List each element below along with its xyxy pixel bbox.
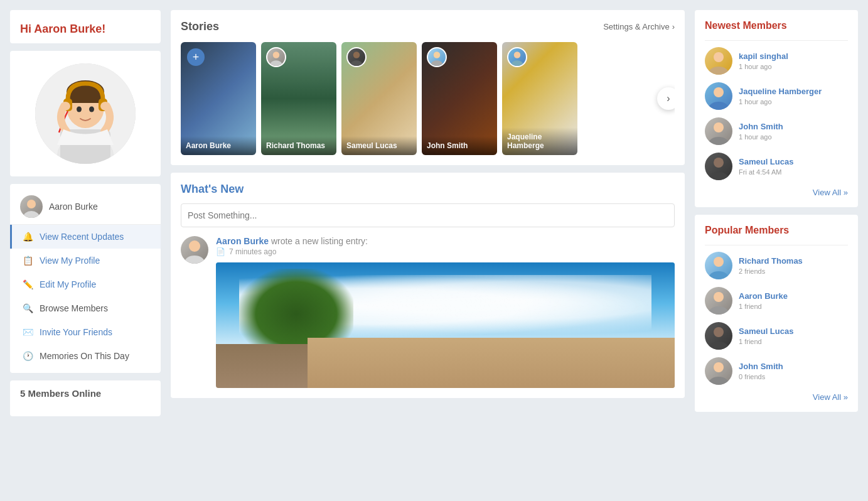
activity-meta: 📄 7 minutes ago [216, 247, 675, 256]
sidebar-item-view-profile[interactable]: 📋 View My Profile [10, 249, 161, 272]
sidebar-item-invite-friends[interactable]: ✉️ Invite Your Friends [10, 320, 161, 344]
sidebar-item-browse-members[interactable]: 🔍 Browse Members [10, 296, 161, 320]
svg-point-30 [709, 137, 729, 145]
popular-member-name-2[interactable]: Sameul Lucas [739, 326, 848, 336]
svg-point-31 [714, 158, 724, 168]
story-item-2[interactable]: Sameul Lucas [341, 42, 417, 155]
popular-member-name-3[interactable]: John Smith [739, 362, 848, 371]
newest-member-name-2[interactable]: John Smith [739, 122, 848, 131]
activity-user-name: Aaron Burke [216, 236, 269, 246]
svg-point-36 [709, 306, 729, 315]
newest-member-avatar-0 [705, 47, 732, 75]
main-content: Stories Settings & Archive › + Aaron Bur… [171, 10, 685, 416]
svg-point-12 [89, 107, 94, 112]
stories-row: + Aaron Burke Richard Thoma [181, 42, 675, 155]
popular-members-card: Popular Members Richard Thomas 2 friends [695, 215, 858, 412]
activity-text: Aaron Burke wrote a new listing entry: [216, 236, 675, 246]
activity-image [216, 262, 675, 388]
activity-user-avatar [181, 236, 208, 264]
newest-member-avatar-3 [705, 153, 732, 180]
popular-member-info-2: Sameul Lucas 1 friend [739, 326, 848, 346]
newest-member-row-0: kapil singhal 1 hour ago [705, 47, 848, 75]
members-online-card: 5 Members Online [10, 380, 161, 416]
newest-member-name-0[interactable]: kapil singhal [739, 51, 848, 61]
svg-point-23 [189, 240, 200, 252]
sidebar-item-recent-updates[interactable]: 🔔 View Recent Updates [10, 225, 161, 249]
activity-content: Aaron Burke wrote a new listing entry: 📄… [216, 236, 675, 388]
newest-members-view-all[interactable]: View All » [705, 188, 848, 197]
members-online-title: 5 Members Online [20, 388, 151, 399]
stories-next-button[interactable]: › [657, 87, 675, 110]
greeting-name: Aaron Burke! [34, 23, 105, 35]
newest-member-info-0: kapil singhal 1 hour ago [739, 51, 848, 71]
newest-member-name-1[interactable]: Jaqueline Hamberger [739, 87, 848, 96]
activity-action-text: wrote a new listing entry: [271, 236, 368, 246]
story-item-3[interactable]: John Smith [422, 42, 497, 155]
story-label-4: Jaqueline Hamberge [502, 127, 577, 155]
svg-point-39 [714, 362, 724, 372]
svg-point-14 [23, 211, 40, 218]
newest-member-row-1: Jaqueline Hamberger 1 hour ago [705, 82, 848, 110]
post-input[interactable] [188, 210, 668, 220]
popular-member-row-3: John Smith 0 friends [705, 357, 848, 385]
story-add-button[interactable]: + [187, 48, 205, 66]
edit-icon: ✏️ [22, 279, 33, 289]
whats-new-card: What's New Aaron Burke wrote a new listi… [171, 173, 685, 398]
popular-member-info-1: Aaron Burke 1 friend [739, 291, 848, 311]
greeting-hi: Hi [20, 23, 34, 35]
sidebar-item-edit-profile[interactable]: ✏️ Edit My Profile [10, 272, 161, 296]
story-avatar-4 [507, 47, 527, 67]
profile-avatar-card [10, 51, 161, 176]
svg-point-35 [714, 292, 724, 302]
newest-member-name-3[interactable]: Sameul Lucas [739, 157, 848, 166]
svg-point-10 [100, 102, 110, 110]
whats-new-title: What's New [181, 183, 675, 196]
nav-label-invite-friends: Invite Your Friends [40, 327, 112, 337]
popular-member-friends-0: 2 friends [739, 267, 765, 275]
popular-member-name-0[interactable]: Richard Thomas [739, 256, 848, 266]
popular-member-info-3: John Smith 0 friends [739, 362, 848, 381]
svg-point-15 [273, 51, 280, 58]
svg-point-26 [709, 67, 729, 75]
story-item-add[interactable]: + Aaron Burke [181, 42, 256, 155]
stories-settings-link[interactable]: Settings & Archive › [603, 22, 675, 31]
bell-icon: 🔔 [22, 232, 33, 242]
svg-point-40 [709, 377, 729, 385]
stories-header: Stories Settings & Archive › [181, 20, 675, 33]
clock-icon: 🕐 [22, 351, 33, 361]
newest-members-card: Newest Members kapil singhal 1 hour ago [695, 10, 858, 207]
svg-point-25 [714, 52, 724, 62]
nav-label-recent-updates: View Recent Updates [40, 232, 124, 242]
sidebar-item-memories[interactable]: 🕐 Memories On This Day [10, 344, 161, 368]
newest-member-row-2: John Smith 1 hour ago [705, 117, 848, 145]
svg-point-11 [77, 107, 82, 112]
popular-member-row-2: Sameul Lucas 1 friend [705, 322, 848, 350]
popular-members-view-all[interactable]: View All » [705, 392, 848, 402]
activity-row: Aaron Burke wrote a new listing entry: 📄… [181, 236, 675, 388]
sidebar-left: Hi Aaron Burke! [10, 10, 161, 416]
svg-point-37 [714, 327, 724, 337]
nav-user-row: Aaron Burke [10, 189, 161, 225]
popular-member-friends-3: 0 friends [739, 373, 765, 380]
popular-member-name-1[interactable]: Aaron Burke [739, 291, 848, 301]
svg-point-18 [350, 60, 362, 67]
story-avatar-1 [266, 47, 286, 67]
story-label-3: John Smith [422, 136, 497, 155]
svg-point-29 [714, 122, 724, 132]
svg-point-38 [709, 342, 729, 350]
newest-member-time-1: 1 hour ago [739, 98, 772, 105]
post-input-row[interactable] [181, 203, 675, 227]
story-avatar-2 [346, 47, 367, 67]
profile-icon: 📋 [22, 256, 33, 266]
svg-point-13 [27, 200, 36, 208]
newest-member-avatar-1 [705, 82, 732, 110]
popular-member-avatar-2 [705, 322, 732, 350]
newest-member-row-3: Sameul Lucas Fri at 4:54 AM [705, 153, 848, 180]
story-item-4[interactable]: Jaqueline Hamberge [502, 42, 577, 155]
nav-label-edit-profile: Edit My Profile [40, 279, 96, 289]
nav-label-browse-members: Browse Members [40, 303, 108, 313]
newest-member-info-2: John Smith 1 hour ago [739, 122, 848, 141]
story-item-1[interactable]: Richard Thomas [261, 42, 336, 155]
svg-point-22 [511, 60, 523, 67]
popular-member-friends-1: 1 friend [739, 303, 762, 310]
